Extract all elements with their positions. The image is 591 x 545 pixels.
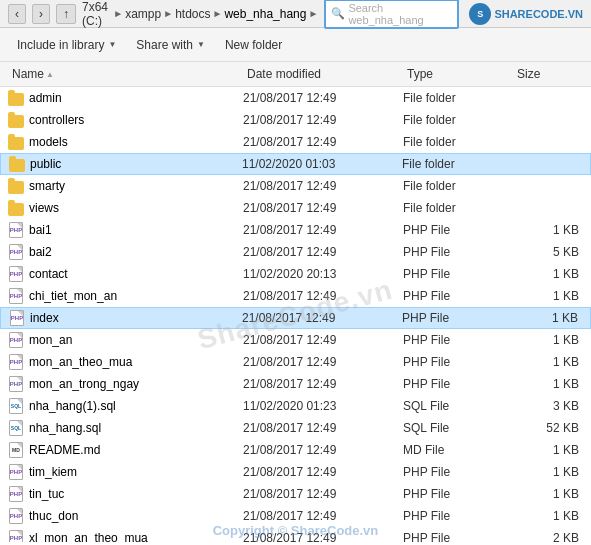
file-icon-folder: [8, 200, 24, 216]
file-icon-sql: SQL: [8, 398, 24, 414]
file-name: PHP bai2: [8, 244, 243, 260]
file-type: PHP File: [403, 245, 513, 259]
table-row[interactable]: PHP tim_kiem 21/08/2017 12:49 PHP File 1…: [0, 461, 591, 483]
table-row[interactable]: public 11/02/2020 01:03 File folder: [0, 153, 591, 175]
file-name: PHP tim_kiem: [8, 464, 243, 480]
file-name: PHP contact: [8, 266, 243, 282]
address-path: 7x64 (C:) ► xampp ► htdocs ► web_nha_han…: [82, 0, 318, 28]
file-name: PHP tin_tuc: [8, 486, 243, 502]
forward-button[interactable]: ›: [32, 4, 50, 24]
file-size: 1 KB: [513, 223, 583, 237]
include-library-label: Include in library: [17, 38, 104, 52]
file-type: PHP File: [403, 465, 513, 479]
col-name-sort-icon: ▲: [46, 70, 54, 79]
table-row[interactable]: smarty 21/08/2017 12:49 File folder: [0, 175, 591, 197]
include-library-button[interactable]: Include in library ▼: [8, 33, 125, 57]
file-icon-php: PHP: [8, 244, 24, 260]
share-with-label: Share with: [136, 38, 193, 52]
file-date: 21/08/2017 12:49: [243, 289, 403, 303]
file-size: 1 KB: [513, 509, 583, 523]
path-sep-4: ►: [308, 8, 318, 19]
file-type: PHP File: [403, 487, 513, 501]
file-date: 21/08/2017 12:49: [243, 355, 403, 369]
file-date: 21/08/2017 12:49: [243, 421, 403, 435]
path-htdocs[interactable]: htdocs: [175, 7, 210, 21]
table-row[interactable]: models 21/08/2017 12:49 File folder: [0, 131, 591, 153]
file-icon-folder: [8, 134, 24, 150]
file-date: 21/08/2017 12:49: [243, 179, 403, 193]
file-icon-folder: [8, 112, 24, 128]
table-row[interactable]: PHP mon_an_theo_mua 21/08/2017 12:49 PHP…: [0, 351, 591, 373]
table-row[interactable]: views 21/08/2017 12:49 File folder: [0, 197, 591, 219]
up-button[interactable]: ↑: [56, 4, 76, 24]
search-box[interactable]: 🔍 Search web_nha_hang: [324, 0, 459, 29]
table-row[interactable]: PHP xl_mon_an_theo_mua 21/08/2017 12:49 …: [0, 527, 591, 542]
file-name: PHP thuc_don: [8, 508, 243, 524]
file-name: PHP xl_mon_an_theo_mua: [8, 530, 243, 542]
table-row[interactable]: SQL nha_hang(1).sql 11/02/2020 01:23 SQL…: [0, 395, 591, 417]
path-current[interactable]: web_nha_hang: [224, 7, 306, 21]
file-name-text: smarty: [29, 179, 65, 193]
file-name-text: tim_kiem: [29, 465, 77, 479]
table-row[interactable]: PHP contact 11/02/2020 20:13 PHP File 1 …: [0, 263, 591, 285]
file-icon-php: PHP: [8, 266, 24, 282]
table-row[interactable]: PHP bai2 21/08/2017 12:49 PHP File 5 KB: [0, 241, 591, 263]
file-name-text: nha_hang.sql: [29, 421, 101, 435]
file-size: 2 KB: [513, 531, 583, 542]
toolbar: Include in library ▼ Share with ▼ New fo…: [0, 28, 591, 62]
file-type: MD File: [403, 443, 513, 457]
table-row[interactable]: PHP index 21/08/2017 12:49 PHP File 1 KB: [0, 307, 591, 329]
file-name-text: bai1: [29, 223, 52, 237]
table-row[interactable]: SQL nha_hang.sql 21/08/2017 12:49 SQL Fi…: [0, 417, 591, 439]
file-icon-php: PHP: [8, 464, 24, 480]
table-row[interactable]: PHP tin_tuc 21/08/2017 12:49 PHP File 1 …: [0, 483, 591, 505]
table-row[interactable]: PHP bai1 21/08/2017 12:49 PHP File 1 KB: [0, 219, 591, 241]
file-date: 21/08/2017 12:49: [243, 245, 403, 259]
file-name-text: mon_an_trong_ngay: [29, 377, 139, 391]
file-date: 21/08/2017 12:49: [243, 531, 403, 542]
table-row[interactable]: PHP thuc_don 21/08/2017 12:49 PHP File 1…: [0, 505, 591, 527]
table-row[interactable]: PHP mon_an 21/08/2017 12:49 PHP File 1 K…: [0, 329, 591, 351]
file-size: 1 KB: [513, 289, 583, 303]
new-folder-button[interactable]: New folder: [216, 33, 291, 57]
table-row[interactable]: PHP chi_tiet_mon_an 21/08/2017 12:49 PHP…: [0, 285, 591, 307]
table-row[interactable]: MD README.md 21/08/2017 12:49 MD File 1 …: [0, 439, 591, 461]
file-type: PHP File: [403, 289, 513, 303]
path-sep-2: ►: [163, 8, 173, 19]
search-icon: 🔍: [331, 7, 345, 20]
file-date: 21/08/2017 12:49: [243, 465, 403, 479]
file-date: 21/08/2017 12:49: [243, 487, 403, 501]
file-size: 1 KB: [513, 267, 583, 281]
file-size: 1 KB: [513, 377, 583, 391]
col-type-header[interactable]: Type: [403, 65, 513, 83]
col-size-header[interactable]: Size: [513, 65, 583, 83]
file-name: MD README.md: [8, 442, 243, 458]
share-with-button[interactable]: Share with ▼: [127, 33, 214, 57]
col-date-header[interactable]: Date modified: [243, 65, 403, 83]
file-icon-php: PHP: [8, 222, 24, 238]
file-name-text: xl_mon_an_theo_mua: [29, 531, 148, 542]
path-xampp[interactable]: xampp: [125, 7, 161, 21]
table-row[interactable]: admin 21/08/2017 12:49 File folder: [0, 87, 591, 109]
file-name-text: models: [29, 135, 68, 149]
file-icon-php: PHP: [9, 310, 25, 326]
table-row[interactable]: PHP mon_an_trong_ngay 21/08/2017 12:49 P…: [0, 373, 591, 395]
file-name-text: thuc_don: [29, 509, 78, 523]
file-icon-php: PHP: [8, 530, 24, 542]
share-with-dropdown-icon: ▼: [197, 40, 205, 49]
path-drive[interactable]: 7x64 (C:): [82, 0, 111, 28]
file-name-text: tin_tuc: [29, 487, 64, 501]
file-name-text: bai2: [29, 245, 52, 259]
file-size: 1 KB: [513, 487, 583, 501]
file-icon-php: PHP: [8, 332, 24, 348]
file-name: PHP chi_tiet_mon_an: [8, 288, 243, 304]
back-button[interactable]: ‹: [8, 4, 26, 24]
file-name-text: nha_hang(1).sql: [29, 399, 116, 413]
file-date: 21/08/2017 12:49: [243, 377, 403, 391]
table-row[interactable]: controllers 21/08/2017 12:49 File folder: [0, 109, 591, 131]
col-name-header[interactable]: Name ▲: [8, 65, 243, 83]
file-icon-php: PHP: [8, 508, 24, 524]
file-type: File folder: [403, 135, 513, 149]
file-date: 21/08/2017 12:49: [243, 333, 403, 347]
file-name: admin: [8, 90, 243, 106]
